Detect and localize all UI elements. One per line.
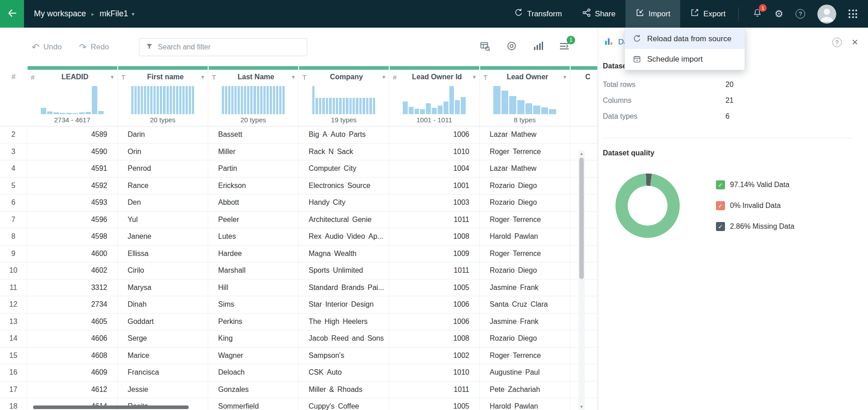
cell-leadid[interactable]: 4589: [27, 126, 118, 143]
histogram-bar[interactable]: [186, 86, 188, 114]
histogram-bar[interactable]: [167, 86, 169, 114]
user-avatar[interactable]: [817, 5, 836, 24]
table-search-button[interactable]: [480, 41, 491, 53]
cell-last-name[interactable]: Lutes: [208, 228, 299, 245]
cell-company[interactable]: Standard·Brands·Pai...: [299, 280, 389, 296]
histogram-bar[interactable]: [312, 86, 315, 114]
cell-company[interactable]: CSK·Auto: [299, 364, 389, 381]
histogram-bar[interactable]: [366, 98, 368, 114]
histogram-bar[interactable]: [138, 86, 140, 114]
close-icon[interactable]: ×: [852, 37, 858, 48]
export-button[interactable]: Export: [680, 0, 735, 28]
cell-lead-owner[interactable]: Roger·Terrence: [480, 212, 570, 228]
cell-lead-owner[interactable]: Harold·Pawlan: [480, 398, 570, 410]
histogram-bar[interactable]: [253, 86, 256, 114]
histogram-bar[interactable]: [333, 98, 335, 114]
help-button[interactable]: ?: [796, 9, 805, 19]
histogram-bar[interactable]: [234, 86, 237, 114]
cell-lead-owner-id[interactable]: 1001: [389, 178, 480, 194]
histogram-bar[interactable]: [449, 86, 454, 114]
cell-company[interactable]: Architectural·Genie: [299, 212, 389, 228]
cell-lead-owner-id[interactable]: 1011: [389, 381, 480, 398]
cell-last-name[interactable]: Miller: [208, 144, 299, 160]
cell-last-name[interactable]: Hardee: [208, 246, 299, 262]
cell-company[interactable]: The·High·Heelers: [299, 314, 389, 330]
histogram-bar[interactable]: [273, 86, 275, 114]
histogram-bar[interactable]: [315, 98, 318, 114]
cell-lead-owner[interactable]: Augustine·Paul: [480, 364, 570, 381]
histogram-bar[interactable]: [509, 96, 516, 114]
cell-first-name[interactable]: Darin: [118, 126, 208, 143]
cell-leadid[interactable]: 4592: [27, 178, 118, 194]
cell-first-name[interactable]: Penrod: [118, 160, 208, 177]
histogram-bar[interactable]: [319, 98, 321, 114]
histogram-bar[interactable]: [160, 86, 162, 114]
histogram-bar[interactable]: [66, 113, 72, 114]
cell-leadid[interactable]: 4590: [27, 144, 118, 160]
histogram-bar[interactable]: [141, 86, 143, 114]
cell-first-name[interactable]: Dinah: [118, 296, 208, 313]
histogram-bar[interactable]: [86, 112, 91, 114]
cell-leadid[interactable]: 4609: [27, 364, 118, 381]
cell-company[interactable]: Magna·Wealth: [299, 246, 389, 262]
cell-last-name[interactable]: Sims: [208, 296, 299, 313]
cell-lead-owner[interactable]: Santa·Cruz·Clara: [480, 296, 570, 313]
cell-lead-owner[interactable]: Rozario·Diego: [480, 178, 570, 194]
cell-leadid[interactable]: 2734: [27, 296, 118, 313]
histogram-bars[interactable]: [493, 86, 556, 114]
cell-lead-owner[interactable]: Jasmine·Frank: [480, 314, 570, 330]
histogram-bar[interactable]: [282, 86, 285, 114]
cell-lead-owner-id[interactable]: 1011: [389, 262, 480, 279]
back-button[interactable]: [0, 0, 24, 28]
column-menu-caret-icon[interactable]: ▾: [292, 74, 295, 80]
cell-leadid[interactable]: 4608: [27, 347, 118, 364]
cell-company[interactable]: Sampson's: [299, 347, 389, 364]
cell-last-name[interactable]: Partin: [208, 160, 299, 177]
column-header-lead-owner-id[interactable]: #Lead Owner Id▾: [389, 70, 480, 84]
histogram-bar[interactable]: [270, 86, 272, 114]
histogram-bar[interactable]: [329, 98, 331, 114]
cell-first-name[interactable]: Ellissa: [118, 246, 208, 262]
cell-last-name[interactable]: Deloach: [208, 364, 299, 381]
cell-lead-owner-id[interactable]: 1006: [389, 296, 480, 313]
scroll-up-icon[interactable]: ▲: [578, 150, 585, 157]
cell-first-name[interactable]: Serge: [118, 330, 208, 347]
settings-button[interactable]: ⚙: [774, 9, 783, 19]
histogram-bar[interactable]: [79, 112, 85, 114]
histogram-bar[interactable]: [182, 86, 185, 114]
cell-leadid[interactable]: 4591: [27, 160, 118, 177]
histogram-bar[interactable]: [409, 107, 414, 114]
panel-help-icon[interactable]: ?: [832, 38, 842, 47]
histogram-bar[interactable]: [420, 109, 425, 114]
histogram-bar[interactable]: [525, 103, 533, 114]
cell-last-name[interactable]: Gonzales: [208, 381, 299, 398]
cell-lead-owner-id[interactable]: 1009: [389, 246, 480, 262]
cell-leadid[interactable]: 4593: [27, 194, 118, 211]
histogram-bars[interactable]: [312, 86, 375, 114]
cell-company[interactable]: Handy·City: [299, 194, 389, 211]
search-input[interactable]: [158, 43, 300, 51]
cell-lead-owner[interactable]: Roger·Terrence: [480, 144, 570, 160]
histogram-bars[interactable]: [222, 86, 285, 114]
cell-last-name[interactable]: Hill: [208, 280, 299, 296]
histogram-bar[interactable]: [455, 100, 460, 114]
histogram-bar[interactable]: [279, 86, 281, 114]
undo-button[interactable]: ↶ Undo: [32, 43, 62, 52]
histogram-bar[interactable]: [60, 113, 65, 114]
histogram-bar[interactable]: [541, 107, 548, 114]
histogram-bar[interactable]: [343, 98, 345, 114]
histogram-bar[interactable]: [238, 86, 240, 114]
cell-first-name[interactable]: Francisca: [118, 364, 208, 381]
histogram-bar[interactable]: [176, 86, 178, 114]
histogram-bar[interactable]: [47, 111, 52, 114]
cell-first-name[interactable]: Orin: [118, 144, 208, 160]
histogram-bar[interactable]: [339, 98, 341, 114]
cell-company[interactable]: Sports·Unlimited: [299, 262, 389, 279]
vertical-scrollbar[interactable]: ▲ ▼: [578, 150, 585, 410]
histogram-bars[interactable]: [41, 86, 104, 114]
histogram-bar[interactable]: [163, 86, 165, 114]
histogram-bar[interactable]: [549, 109, 556, 114]
histogram-bar[interactable]: [228, 86, 230, 114]
cell-first-name[interactable]: Marysa: [118, 280, 208, 296]
cell-lead-owner[interactable]: Rozario·Diego: [480, 262, 570, 279]
